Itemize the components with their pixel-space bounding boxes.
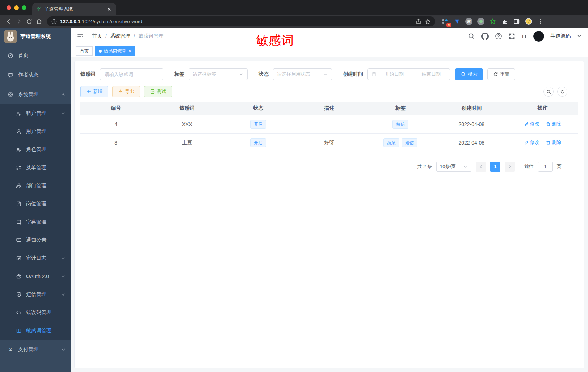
export-button[interactable]: 导出 bbox=[112, 86, 140, 97]
sidebar-item-menu[interactable]: 菜单管理 bbox=[0, 159, 71, 177]
pencil-icon bbox=[524, 140, 529, 145]
close-tab-icon[interactable]: × bbox=[129, 49, 131, 54]
chevron-down-icon[interactable] bbox=[577, 34, 582, 39]
sidebar-item-error-code[interactable]: 错误码管理 bbox=[0, 304, 71, 322]
side-panel-icon[interactable] bbox=[512, 17, 521, 26]
sidebar-item-dept[interactable]: 部门管理 bbox=[0, 177, 71, 195]
sidebar-item-label: 通知公告 bbox=[26, 237, 66, 243]
sidebar-item-pay[interactable]: ¥ 支付管理 bbox=[0, 340, 71, 359]
sidebar-item-author-news[interactable]: 作者动态 bbox=[0, 65, 71, 85]
extension-grid-icon[interactable]: 9 bbox=[440, 17, 450, 26]
sidebar-item-home[interactable]: 首页 bbox=[0, 46, 71, 65]
download-icon bbox=[118, 89, 123, 94]
goto-page-input[interactable] bbox=[538, 162, 553, 172]
home-icon[interactable] bbox=[34, 16, 44, 26]
extension-funnel-icon[interactable] bbox=[452, 17, 462, 26]
sidebar-item-notice[interactable]: 通知公告 bbox=[0, 231, 71, 249]
sidebar-item-role[interactable]: 角色管理 bbox=[0, 141, 71, 159]
search-button[interactable]: 搜索 bbox=[455, 68, 483, 80]
browser-menu-icon[interactable] bbox=[536, 17, 545, 26]
bookmark-star-icon[interactable] bbox=[425, 18, 431, 25]
profile-avatar-icon[interactable] bbox=[524, 17, 533, 26]
new-tab-icon[interactable] bbox=[121, 5, 129, 13]
extension-command-icon[interactable]: ⌘ bbox=[464, 17, 474, 26]
sidebar-item-dict[interactable]: 字典管理 bbox=[0, 213, 71, 231]
sidebar-item-user[interactable]: 用户管理 bbox=[0, 122, 71, 141]
page-number-button[interactable]: 1 bbox=[490, 162, 500, 172]
collapse-sidebar-icon[interactable] bbox=[77, 33, 84, 40]
browser-tab-strip: 芋道管理系统 bbox=[0, 0, 588, 15]
pencil-icon bbox=[524, 122, 529, 126]
goto-unit-label: 页 bbox=[557, 163, 562, 170]
sidebar-item-label: 系统管理 bbox=[18, 91, 56, 98]
close-window-button[interactable] bbox=[7, 5, 11, 10]
search-icon[interactable] bbox=[468, 33, 475, 40]
gear-icon bbox=[8, 92, 13, 97]
share-icon[interactable] bbox=[416, 18, 421, 24]
status-select[interactable]: 请选择启用状态 bbox=[273, 68, 332, 80]
test-button[interactable]: 测试 bbox=[144, 86, 172, 97]
delete-link[interactable]: 删除 bbox=[546, 121, 561, 127]
extension-star-icon[interactable] bbox=[488, 17, 497, 26]
sidebar-item-sensitive-word[interactable]: 敏感词管理 bbox=[0, 322, 71, 340]
edit-link[interactable]: 修改 bbox=[524, 121, 539, 127]
table-row: 4 XXX 开启 短信 2022-04-08 修改 删除 bbox=[80, 115, 578, 133]
github-icon[interactable] bbox=[481, 33, 489, 40]
chevron-down-icon bbox=[61, 347, 66, 352]
prev-page-button[interactable] bbox=[476, 162, 486, 172]
chevron-down-icon bbox=[61, 256, 66, 260]
delete-link[interactable]: 删除 bbox=[546, 139, 561, 146]
org-tree-icon bbox=[16, 183, 22, 189]
browser-tab[interactable]: 芋道管理系统 bbox=[32, 3, 116, 15]
sidebar-item-post[interactable]: 岗位管理 bbox=[0, 195, 71, 213]
refresh-icon bbox=[493, 72, 498, 77]
status-label: 状态 bbox=[259, 71, 269, 78]
edit-link[interactable]: 修改 bbox=[524, 139, 539, 146]
sidebar-item-label: 菜单管理 bbox=[26, 164, 66, 171]
forward-icon[interactable] bbox=[14, 16, 24, 26]
add-button[interactable]: 新增 bbox=[80, 86, 108, 97]
tab-sensitive-word[interactable]: 敏感词管理 × bbox=[95, 46, 135, 56]
edit-link-label: 修改 bbox=[530, 121, 539, 127]
zoom-window-button[interactable] bbox=[22, 5, 26, 10]
column-header-word: 敏感词 bbox=[151, 102, 222, 115]
reload-icon[interactable] bbox=[24, 16, 34, 26]
breadcrumb-home[interactable]: 首页 bbox=[92, 33, 102, 39]
chevron-down-icon bbox=[239, 72, 244, 77]
page-size-select[interactable]: 10条/页 bbox=[436, 162, 471, 172]
url-bar[interactable]: 127.0.0.1:1024/system/sensitive-word bbox=[47, 16, 435, 26]
reset-button[interactable]: 重置 bbox=[487, 68, 515, 80]
tab-home[interactable]: 首页 bbox=[76, 46, 93, 56]
help-icon[interactable] bbox=[495, 33, 502, 40]
back-icon[interactable] bbox=[4, 16, 14, 26]
date-range-picker[interactable]: 开始日期 - 结束日期 bbox=[368, 68, 450, 80]
extension-record-icon[interactable] bbox=[476, 17, 486, 26]
tag-select[interactable]: 请选择标签 bbox=[189, 68, 248, 80]
app-logo[interactable]: 芋道管理系统 bbox=[0, 28, 71, 46]
sidebar-item-sms[interactable]: 短信管理 bbox=[0, 285, 71, 304]
minimize-window-button[interactable] bbox=[14, 5, 19, 10]
extensions-puzzle-icon[interactable] bbox=[500, 17, 509, 26]
chat-face-icon bbox=[8, 72, 13, 78]
status-badge: 开启 bbox=[250, 120, 266, 129]
breadcrumb: 首页 / 系统管理 / 敏感词管理 bbox=[92, 33, 164, 39]
page-tabs-bar: 首页 敏感词管理 × bbox=[71, 45, 588, 57]
font-size-icon[interactable]: TT bbox=[522, 33, 527, 39]
sidebar-item-audit-log[interactable]: 审计日志 bbox=[0, 249, 71, 267]
cell-created: 2022-04-08 bbox=[436, 115, 507, 133]
sidebar-item-tenant[interactable]: 租户管理 bbox=[0, 104, 71, 122]
sidebar-item-system[interactable]: 系统管理 bbox=[0, 85, 71, 104]
table-tools bbox=[543, 87, 578, 97]
breadcrumb-section[interactable]: 系统管理 bbox=[110, 33, 130, 39]
close-tab-icon[interactable] bbox=[105, 5, 113, 13]
next-page-button[interactable] bbox=[505, 162, 515, 172]
app-title: 芋道管理系统 bbox=[20, 33, 51, 40]
site-info-icon[interactable] bbox=[51, 19, 57, 24]
refresh-table-button[interactable] bbox=[557, 87, 567, 97]
keyword-input[interactable] bbox=[100, 68, 163, 80]
username[interactable]: 芋道源码 bbox=[550, 33, 571, 39]
show-search-button[interactable] bbox=[543, 87, 554, 97]
fullscreen-icon[interactable] bbox=[508, 33, 516, 40]
sidebar-item-oauth[interactable]: OAuth 2.0 bbox=[0, 267, 71, 285]
user-avatar[interactable] bbox=[533, 31, 544, 42]
